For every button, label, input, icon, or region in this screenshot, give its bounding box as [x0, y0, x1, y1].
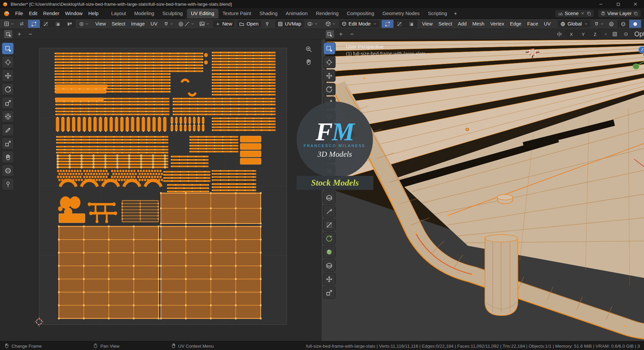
snap-options-button[interactable]: [611, 30, 619, 38]
tool-shrink-fatten-button[interactable]: [323, 273, 335, 285]
uv-pivot-button[interactable]: [77, 20, 90, 28]
proportional-edit-button[interactable]: [607, 20, 615, 28]
viewport-menu-item[interactable]: Add: [455, 20, 469, 28]
pan-button[interactable]: [304, 57, 313, 66]
transform-orientation-selector[interactable]: Global: [558, 20, 591, 28]
tool-move-button[interactable]: [323, 70, 335, 81]
tool-grab-button[interactable]: [2, 151, 13, 163]
workspace-tab[interactable]: Compositing: [343, 9, 378, 18]
viewport-menu-item[interactable]: Mesh: [470, 20, 487, 28]
uv-pin-button[interactable]: [263, 20, 271, 28]
tool-spin-button[interactable]: [323, 233, 335, 244]
menu-item[interactable]: Help: [86, 9, 101, 17]
viewport-menu-item[interactable]: View: [419, 20, 436, 28]
workspace-tab[interactable]: UV Editing: [187, 9, 218, 18]
viewport-menu-item[interactable]: Vertex: [487, 20, 507, 28]
new-scene-icon[interactable]: [586, 11, 591, 16]
unlink-scene-icon[interactable]: [580, 11, 585, 15]
tool-rotate-button[interactable]: [2, 84, 13, 95]
tool-move-button[interactable]: [2, 70, 13, 81]
tool-knife-button[interactable]: [323, 205, 335, 217]
close-button[interactable]: [627, 0, 644, 8]
face-mode-button[interactable]: [405, 20, 417, 28]
uv-menu-item[interactable]: Image: [128, 20, 148, 28]
vp-select-subtract-button[interactable]: [348, 30, 356, 38]
uv-select-new-button[interactable]: [4, 30, 12, 38]
tool-relax-button[interactable]: [2, 165, 13, 176]
tool-edge-slide-button[interactable]: [323, 260, 335, 271]
tool-rip-region-button[interactable]: [2, 138, 13, 149]
uv-editor-type-button[interactable]: [2, 20, 15, 28]
tool-poly-build-button[interactable]: [323, 219, 335, 231]
add-workspace-button[interactable]: +: [451, 8, 460, 18]
new-view-layer-icon[interactable]: [633, 11, 638, 16]
mode-selector[interactable]: Edit Mode: [339, 20, 379, 28]
mirror-axis-button[interactable]: Z: [589, 30, 601, 38]
uv-canvas[interactable]: [0, 40, 321, 341]
workspace-tab[interactable]: Scripting: [424, 9, 451, 18]
uv-proportional-edit-button[interactable]: [177, 20, 196, 28]
new-image-button[interactable]: New: [213, 20, 235, 28]
vertex-mode-button[interactable]: [381, 20, 393, 28]
viewport-canvas[interactable]: ZX User Perspective (1) full-size-bed-fr…: [321, 40, 644, 341]
viewport-editor-type-button[interactable]: [324, 20, 337, 28]
tool-scale-button[interactable]: [2, 97, 13, 108]
uv-map-selector[interactable]: UVMap: [275, 20, 304, 28]
solid-shading-button[interactable]: [629, 20, 641, 28]
workspace-tab[interactable]: Rendering: [312, 9, 342, 18]
workspace-tab[interactable]: Sculpting: [158, 9, 187, 18]
workspace-tab[interactable]: Texture Paint: [218, 9, 255, 18]
uv-menu-item[interactable]: UV: [148, 20, 160, 28]
pivot-options-button[interactable]: [622, 30, 630, 38]
viewport-menu-item[interactable]: Select: [435, 20, 455, 28]
scene-selector[interactable]: Scene: [555, 10, 594, 17]
menu-item[interactable]: Window: [62, 9, 85, 17]
uv-select-subtract-button[interactable]: [26, 30, 34, 38]
menu-item[interactable]: Edit: [26, 9, 40, 17]
uv-sync-select-button[interactable]: [18, 20, 26, 28]
mirror-axis-button[interactable]: Y: [577, 30, 589, 38]
uv-edge-select-button[interactable]: [40, 20, 52, 28]
vp-select-new-button[interactable]: [326, 30, 334, 38]
open-image-button[interactable]: Open: [237, 20, 261, 28]
workspace-tab[interactable]: Geometry Nodes: [378, 9, 424, 18]
maximize-button[interactable]: [609, 0, 627, 8]
uv-snap-button[interactable]: [162, 20, 175, 28]
material-shading-button[interactable]: [641, 20, 644, 28]
uv-face-select-button[interactable]: [52, 20, 64, 28]
image-browse-button[interactable]: [198, 20, 211, 28]
tool-loop-cut-button[interactable]: [323, 192, 335, 203]
vp-select-extend-button[interactable]: [337, 30, 345, 38]
tool-smooth-button[interactable]: [323, 246, 335, 257]
tool-pin-button[interactable]: [2, 178, 13, 190]
viewport-menu-item[interactable]: Face: [524, 20, 541, 28]
workspace-tab[interactable]: Shading: [255, 9, 281, 18]
options-button[interactable]: Options: [633, 30, 644, 39]
snap-button[interactable]: [592, 20, 605, 28]
tool-cursor-button[interactable]: [2, 56, 13, 68]
viewport-menu-item[interactable]: Edge: [507, 20, 524, 28]
menu-item[interactable]: Render: [40, 9, 62, 17]
uv-menu-item[interactable]: Select: [109, 20, 128, 28]
edge-mode-button[interactable]: [393, 20, 406, 28]
uv-overlays-button[interactable]: [306, 20, 319, 28]
view-layer-selector[interactable]: View Layer: [598, 10, 641, 17]
minimize-button[interactable]: [592, 0, 609, 8]
uv-select-extend-button[interactable]: [15, 30, 23, 38]
viewport-menu-item[interactable]: UV: [541, 20, 554, 28]
tool-select-box-button[interactable]: [2, 43, 13, 54]
menu-item[interactable]: File: [12, 9, 26, 17]
blender-menu-icon[interactable]: [3, 10, 10, 17]
uv-vertex-select-button[interactable]: [28, 20, 40, 28]
tool-annotate-button[interactable]: [2, 124, 13, 136]
tool-transform-button[interactable]: [2, 110, 13, 122]
mirror-axis-button[interactable]: X: [565, 30, 577, 38]
tool-rip-region-button[interactable]: [323, 287, 335, 298]
zoom-button[interactable]: [304, 44, 313, 53]
tool-select-box-button[interactable]: [323, 43, 335, 54]
uv-island-select-button[interactable]: [64, 20, 76, 28]
workspace-tab[interactable]: Layout: [107, 9, 130, 18]
uv-menu-item[interactable]: View: [93, 20, 109, 28]
wireframe-shading-button[interactable]: [617, 20, 629, 28]
tool-cursor-button[interactable]: [323, 56, 335, 68]
